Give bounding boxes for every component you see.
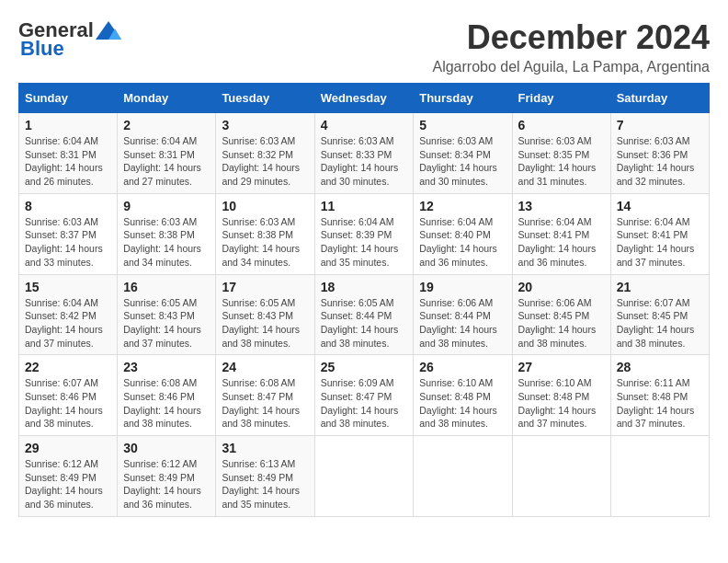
title-section: December 2024 Algarrobo del Aguila, La P…: [432, 18, 710, 75]
calendar-day-cell: 29Sunrise: 6:12 AM Sunset: 8:49 PM Dayli…: [19, 436, 118, 517]
day-info: Sunrise: 6:04 AM Sunset: 8:40 PM Dayligh…: [419, 215, 506, 270]
day-number: 15: [25, 280, 111, 294]
logo-icon: [96, 21, 121, 40]
day-info: Sunrise: 6:12 AM Sunset: 8:49 PM Dayligh…: [25, 457, 111, 511]
day-info: Sunrise: 6:06 AM Sunset: 8:44 PM Dayligh…: [419, 296, 506, 350]
day-number: 23: [123, 360, 210, 374]
calendar-week-row: 15Sunrise: 6:04 AM Sunset: 8:42 PM Dayli…: [19, 274, 710, 355]
day-number: 6: [518, 118, 605, 132]
day-info: Sunrise: 6:03 AM Sunset: 8:34 PM Dayligh…: [419, 134, 506, 189]
day-number: 1: [25, 118, 111, 132]
day-info: Sunrise: 6:03 AM Sunset: 8:36 PM Dayligh…: [617, 134, 703, 189]
calendar-day-cell: 9Sunrise: 6:03 AM Sunset: 8:38 PM Daylig…: [118, 193, 216, 274]
day-number: 25: [321, 360, 408, 374]
day-info: Sunrise: 6:12 AM Sunset: 8:49 PM Dayligh…: [123, 457, 210, 511]
day-number: 13: [518, 199, 605, 213]
day-info: Sunrise: 6:10 AM Sunset: 8:48 PM Dayligh…: [419, 376, 506, 431]
calendar-day-cell: 6Sunrise: 6:03 AM Sunset: 8:35 PM Daylig…: [512, 113, 610, 194]
calendar-day-cell: 25Sunrise: 6:09 AM Sunset: 8:47 PM Dayli…: [314, 355, 414, 436]
calendar-day-cell: [512, 436, 610, 517]
calendar-day-cell: 14Sunrise: 6:04 AM Sunset: 8:41 PM Dayli…: [610, 193, 709, 274]
day-number: 10: [222, 199, 308, 213]
day-info: Sunrise: 6:04 AM Sunset: 8:31 PM Dayligh…: [123, 134, 210, 189]
day-info: Sunrise: 6:04 AM Sunset: 8:41 PM Dayligh…: [518, 215, 605, 270]
day-number: 24: [222, 360, 308, 374]
logo: General Blue: [18, 18, 121, 61]
calendar-day-cell: 3Sunrise: 6:03 AM Sunset: 8:32 PM Daylig…: [216, 113, 314, 194]
day-number: 17: [222, 280, 308, 294]
calendar-header-row: SundayMondayTuesdayWednesdayThursdayFrid…: [19, 84, 710, 113]
location-title: Algarrobo del Aguila, La Pampa, Argentin…: [432, 59, 710, 75]
day-info: Sunrise: 6:07 AM Sunset: 8:46 PM Dayligh…: [25, 376, 111, 431]
day-info: Sunrise: 6:03 AM Sunset: 8:37 PM Dayligh…: [25, 215, 111, 270]
day-number: 19: [419, 280, 506, 294]
calendar-day-cell: 19Sunrise: 6:06 AM Sunset: 8:44 PM Dayli…: [414, 274, 512, 355]
calendar-day-cell: 27Sunrise: 6:10 AM Sunset: 8:48 PM Dayli…: [512, 355, 610, 436]
calendar-day-cell: 26Sunrise: 6:10 AM Sunset: 8:48 PM Dayli…: [414, 355, 512, 436]
weekday-header: Tuesday: [216, 84, 314, 113]
page-header: General Blue December 2024 Algarrobo del…: [18, 18, 710, 75]
day-info: Sunrise: 6:03 AM Sunset: 8:32 PM Dayligh…: [222, 134, 308, 189]
day-info: Sunrise: 6:05 AM Sunset: 8:44 PM Dayligh…: [321, 296, 408, 350]
day-number: 28: [617, 360, 703, 374]
calendar-day-cell: 30Sunrise: 6:12 AM Sunset: 8:49 PM Dayli…: [118, 436, 216, 517]
day-number: 9: [123, 199, 210, 213]
calendar-day-cell: 7Sunrise: 6:03 AM Sunset: 8:36 PM Daylig…: [610, 113, 709, 194]
day-number: 3: [222, 118, 308, 132]
calendar-day-cell: 10Sunrise: 6:03 AM Sunset: 8:38 PM Dayli…: [216, 193, 314, 274]
day-number: 4: [321, 118, 408, 132]
day-number: 21: [617, 280, 703, 294]
calendar-day-cell: [414, 436, 512, 517]
calendar-day-cell: [314, 436, 414, 517]
day-info: Sunrise: 6:05 AM Sunset: 8:43 PM Dayligh…: [222, 296, 308, 350]
day-number: 26: [419, 360, 506, 374]
day-number: 5: [419, 118, 506, 132]
calendar-day-cell: 5Sunrise: 6:03 AM Sunset: 8:34 PM Daylig…: [414, 113, 512, 194]
day-info: Sunrise: 6:03 AM Sunset: 8:38 PM Dayligh…: [222, 215, 308, 270]
day-info: Sunrise: 6:04 AM Sunset: 8:41 PM Dayligh…: [617, 215, 703, 270]
day-number: 8: [25, 199, 111, 213]
day-info: Sunrise: 6:04 AM Sunset: 8:42 PM Dayligh…: [25, 296, 111, 350]
calendar-day-cell: 15Sunrise: 6:04 AM Sunset: 8:42 PM Dayli…: [19, 274, 118, 355]
calendar-day-cell: [610, 436, 709, 517]
day-number: 7: [617, 118, 703, 132]
calendar-day-cell: 28Sunrise: 6:11 AM Sunset: 8:48 PM Dayli…: [610, 355, 709, 436]
day-info: Sunrise: 6:11 AM Sunset: 8:48 PM Dayligh…: [617, 376, 703, 431]
calendar-day-cell: 20Sunrise: 6:06 AM Sunset: 8:45 PM Dayli…: [512, 274, 610, 355]
month-title: December 2024: [432, 18, 710, 57]
day-info: Sunrise: 6:04 AM Sunset: 8:39 PM Dayligh…: [321, 215, 408, 270]
day-number: 2: [123, 118, 210, 132]
calendar-day-cell: 1Sunrise: 6:04 AM Sunset: 8:31 PM Daylig…: [19, 113, 118, 194]
calendar-day-cell: 31Sunrise: 6:13 AM Sunset: 8:49 PM Dayli…: [216, 436, 314, 517]
day-number: 18: [321, 280, 408, 294]
day-info: Sunrise: 6:13 AM Sunset: 8:49 PM Dayligh…: [222, 457, 308, 511]
calendar-week-row: 22Sunrise: 6:07 AM Sunset: 8:46 PM Dayli…: [19, 355, 710, 436]
day-number: 12: [419, 199, 506, 213]
day-number: 11: [321, 199, 408, 213]
calendar-day-cell: 12Sunrise: 6:04 AM Sunset: 8:40 PM Dayli…: [414, 193, 512, 274]
calendar-day-cell: 23Sunrise: 6:08 AM Sunset: 8:46 PM Dayli…: [118, 355, 216, 436]
day-info: Sunrise: 6:05 AM Sunset: 8:43 PM Dayligh…: [123, 296, 210, 350]
calendar-week-row: 1Sunrise: 6:04 AM Sunset: 8:31 PM Daylig…: [19, 113, 710, 194]
weekday-header: Wednesday: [314, 84, 414, 113]
day-number: 29: [25, 441, 111, 455]
calendar-day-cell: 18Sunrise: 6:05 AM Sunset: 8:44 PM Dayli…: [314, 274, 414, 355]
day-number: 30: [123, 441, 210, 455]
day-info: Sunrise: 6:04 AM Sunset: 8:31 PM Dayligh…: [25, 134, 111, 189]
weekday-header: Friday: [512, 84, 610, 113]
calendar-week-row: 29Sunrise: 6:12 AM Sunset: 8:49 PM Dayli…: [19, 436, 710, 517]
calendar-week-row: 8Sunrise: 6:03 AM Sunset: 8:37 PM Daylig…: [19, 193, 710, 274]
calendar-day-cell: 8Sunrise: 6:03 AM Sunset: 8:37 PM Daylig…: [19, 193, 118, 274]
calendar-day-cell: 24Sunrise: 6:08 AM Sunset: 8:47 PM Dayli…: [216, 355, 314, 436]
weekday-header: Sunday: [19, 84, 118, 113]
weekday-header: Thursday: [414, 84, 512, 113]
day-number: 22: [25, 360, 111, 374]
calendar-day-cell: 13Sunrise: 6:04 AM Sunset: 8:41 PM Dayli…: [512, 193, 610, 274]
calendar-day-cell: 11Sunrise: 6:04 AM Sunset: 8:39 PM Dayli…: [314, 193, 414, 274]
day-info: Sunrise: 6:10 AM Sunset: 8:48 PM Dayligh…: [518, 376, 605, 431]
calendar-table: SundayMondayTuesdayWednesdayThursdayFrid…: [18, 83, 710, 517]
weekday-header: Saturday: [610, 84, 709, 113]
day-info: Sunrise: 6:03 AM Sunset: 8:38 PM Dayligh…: [123, 215, 210, 270]
weekday-header: Monday: [118, 84, 216, 113]
calendar-day-cell: 21Sunrise: 6:07 AM Sunset: 8:45 PM Dayli…: [610, 274, 709, 355]
